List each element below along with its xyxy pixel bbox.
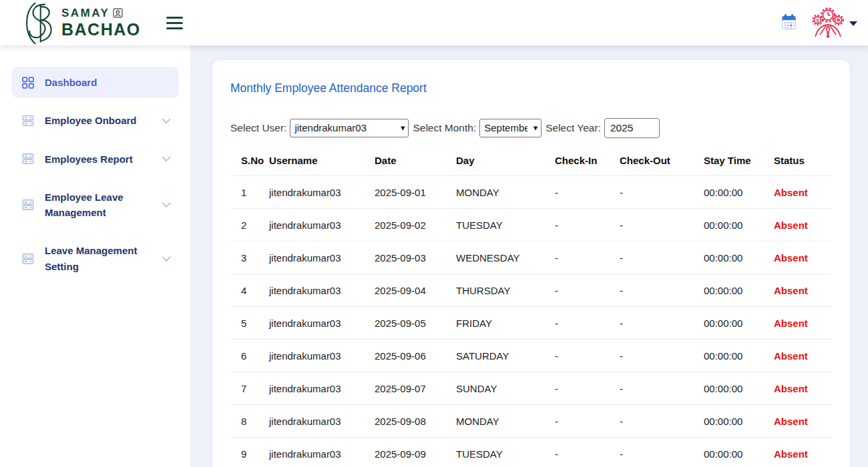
cell-checkout: - <box>616 438 700 467</box>
sidebar-item-employee-onboard[interactable]: Employee Onboard <box>11 105 179 136</box>
page-title: Monthly Employee Attendance Report <box>230 81 832 95</box>
cell-checkin: - <box>551 176 616 209</box>
col-header-staytime: Stay Time <box>700 145 770 176</box>
sidebar-item-label: Employees Report <box>45 151 150 167</box>
cell-username: jitendrakumar03 <box>265 274 371 307</box>
list-stack-icon <box>22 253 35 265</box>
cell-sno: 9 <box>230 438 265 467</box>
cell-date: 2025-09-02 <box>371 209 452 242</box>
brand-monogram-icon <box>19 1 59 45</box>
sidebar-item-employees-report[interactable]: Employees Report <box>11 143 179 175</box>
cell-checkout: - <box>616 340 700 372</box>
cell-checkout: - <box>616 372 700 405</box>
main-content: Monthly Employee Attendance Report Selec… <box>190 45 868 467</box>
select-year-label: Select Year: <box>546 122 601 134</box>
cell-staytime: 00:00:00 <box>700 274 770 307</box>
cell-username: jitendrakumar03 <box>265 209 371 242</box>
user-profile-menu[interactable]: $ <box>812 7 857 38</box>
cell-username: jitendrakumar03 <box>265 438 371 467</box>
table-header-row: S.No Username Date Day Check-In Check-Ou… <box>230 145 832 176</box>
cell-sno: 5 <box>230 307 265 340</box>
cell-checkout: - <box>616 209 700 242</box>
cell-day: TUESDAY <box>452 209 551 242</box>
cell-staytime: 00:00:00 <box>700 209 770 242</box>
sidebar-item-label: Employee Leave Management <box>45 189 150 221</box>
cell-checkin: - <box>551 372 616 405</box>
table-body: 1 jitendrakumar03 2025-09-01 MONDAY - - … <box>230 176 832 467</box>
sidebar-toggle-button[interactable] <box>164 14 186 32</box>
table-row: 2 jitendrakumar03 2025-09-02 TUESDAY - -… <box>230 209 832 242</box>
month-select[interactable]: September <box>479 119 541 137</box>
brand-logo[interactable]: SAMAY BACHAO <box>19 0 141 45</box>
table-row: 6 jitendrakumar03 2025-09-06 SATURDAY - … <box>230 340 832 372</box>
user-select[interactable]: jitendrakumar03 <box>290 119 409 137</box>
table-row: 7 jitendrakumar03 2025-09-07 SUNDAY - - … <box>230 372 832 405</box>
col-header-date: Date <box>371 145 452 176</box>
cell-staytime: 00:00:00 <box>700 372 770 405</box>
cell-checkin: - <box>551 242 616 274</box>
cell-username: jitendrakumar03 <box>265 307 371 340</box>
cell-checkin: - <box>551 340 616 372</box>
table-row: 4 jitendrakumar03 2025-09-04 THURSDAY - … <box>230 274 832 307</box>
col-header-username: Username <box>265 145 371 176</box>
year-input[interactable] <box>604 118 660 138</box>
sidebar-item-leave-management-setting[interactable]: Leave Management Setting <box>11 235 179 282</box>
sidebar-item-dashboard[interactable]: Dashboard <box>11 67 179 98</box>
hamburger-icon <box>166 17 183 19</box>
chevron-down-icon <box>162 156 171 161</box>
col-header-status: Status <box>770 145 832 176</box>
cell-sno: 6 <box>230 340 265 372</box>
cell-day: FRIDAY <box>452 307 551 340</box>
cell-date: 2025-09-03 <box>371 242 452 274</box>
top-header: SAMAY BACHAO <box>0 0 868 45</box>
table-row: 9 jitendrakumar03 2025-09-09 TUESDAY - -… <box>230 438 832 467</box>
brand-person-badge-icon <box>113 8 123 18</box>
table-row: 1 jitendrakumar03 2025-09-01 MONDAY - - … <box>230 176 832 209</box>
brand-text: SAMAY BACHAO <box>61 7 141 38</box>
cell-date: 2025-09-05 <box>371 307 452 340</box>
status-badge: Absent <box>770 176 832 209</box>
col-header-checkin: Check-In <box>551 145 616 176</box>
col-header-sno: S.No <box>230 145 265 176</box>
status-badge: Absent <box>770 405 832 438</box>
status-badge: Absent <box>770 242 832 274</box>
svg-text:$: $ <box>816 17 819 23</box>
cell-date: 2025-09-04 <box>371 274 452 307</box>
cell-staytime: 00:00:00 <box>700 176 770 209</box>
cell-checkout: - <box>616 176 700 209</box>
cell-sno: 1 <box>230 176 265 209</box>
cell-day: MONDAY <box>452 405 551 438</box>
cell-username: jitendrakumar03 <box>265 372 371 405</box>
select-user-label: Select User: <box>230 122 286 134</box>
status-badge: Absent <box>770 274 832 307</box>
brand-name-bottom: BACHAO <box>61 21 141 38</box>
status-badge: Absent <box>770 438 832 467</box>
cell-sno: 3 <box>230 242 265 274</box>
chevron-down-icon <box>162 118 171 123</box>
sidebar-item-label: Leave Management Setting <box>45 243 150 274</box>
chevron-down-icon <box>162 256 171 262</box>
cell-checkin: - <box>551 438 616 467</box>
cell-sno: 8 <box>230 405 265 438</box>
cell-staytime: 00:00:00 <box>700 340 770 372</box>
cell-staytime: 00:00:00 <box>700 405 770 438</box>
cell-date: 2025-09-06 <box>371 340 452 372</box>
sidebar-item-label: Employee Onboard <box>45 113 150 128</box>
calendar-button[interactable] <box>781 13 797 33</box>
cell-checkout: - <box>616 405 700 438</box>
list-stack-icon <box>22 115 35 127</box>
cell-staytime: 00:00:00 <box>700 307 770 340</box>
status-badge: Absent <box>770 340 832 372</box>
cell-day: MONDAY <box>452 176 551 209</box>
sidebar-item-employee-leave-management[interactable]: Employee Leave Management <box>11 181 179 229</box>
cell-day: SATURDAY <box>452 340 551 372</box>
profile-dropdown-caret-icon <box>849 21 857 26</box>
cell-date: 2025-09-01 <box>371 176 452 209</box>
chevron-down-icon <box>162 202 171 207</box>
status-badge: Absent <box>770 307 832 340</box>
select-month-label: Select Month: <box>413 122 476 134</box>
cell-day: TUESDAY <box>452 438 551 467</box>
list-stack-icon <box>22 153 35 165</box>
table-row: 3 jitendrakumar03 2025-09-03 WEDNESDAY -… <box>230 242 832 274</box>
cell-username: jitendrakumar03 <box>265 405 371 438</box>
